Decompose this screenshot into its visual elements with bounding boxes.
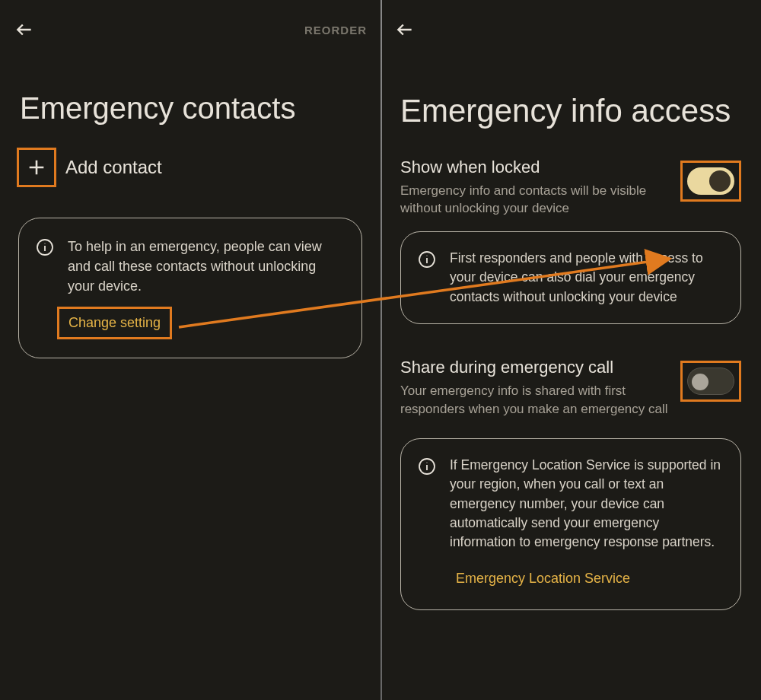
add-contact-row[interactable]: Add contact (0, 148, 380, 187)
info-card-text: To help in an emergency, people can view… (68, 237, 345, 296)
show-when-locked-setting[interactable]: Show when locked Emergency info and cont… (380, 154, 761, 218)
els-info-text: If Emergency Location Service is support… (450, 456, 724, 552)
emergency-info-card: To help in an emergency, people can view… (18, 218, 362, 358)
emergency-contacts-screen: REORDER Emergency contacts Add contact T… (0, 0, 380, 700)
responders-info-text: First responders and people with access … (450, 249, 724, 307)
els-info-card: If Emergency Location Service is support… (400, 438, 741, 610)
arrow-left-icon (395, 20, 415, 40)
back-button[interactable] (394, 19, 416, 40)
back-button[interactable] (14, 19, 35, 40)
info-icon (36, 238, 56, 258)
page-title: Emergency contacts (0, 46, 380, 148)
info-icon (418, 457, 438, 477)
emergency-info-access-screen: Emergency info access Show when locked E… (380, 0, 761, 700)
share-during-call-toggle[interactable] (687, 368, 734, 395)
add-contact-icon-button[interactable] (17, 148, 56, 187)
show-when-locked-toggle[interactable] (687, 167, 734, 195)
responders-info-card: First responders and people with access … (400, 231, 741, 324)
change-setting-link[interactable]: Change setting (57, 307, 172, 339)
setting-title: Show when locked (400, 158, 668, 177)
setting-description: Your emergency info is shared with first… (400, 382, 668, 418)
show-when-locked-toggle-highlight (680, 161, 741, 202)
plus-icon (26, 157, 47, 178)
share-during-call-toggle-highlight (680, 361, 741, 402)
add-contact-label: Add contact (65, 157, 162, 178)
svg-point-2 (44, 243, 45, 243)
emergency-location-service-link[interactable]: Emergency Location Service (447, 565, 639, 593)
info-icon (418, 250, 438, 270)
setting-title: Share during emergency call (400, 358, 668, 377)
pane-divider (380, 0, 382, 700)
setting-description: Emergency info and contacts will be visi… (400, 182, 668, 218)
arrow-left-icon (14, 20, 34, 40)
svg-point-5 (426, 255, 427, 256)
reorder-button[interactable]: REORDER (304, 24, 367, 37)
share-during-call-setting[interactable]: Share during emergency call Your emergen… (380, 355, 761, 418)
svg-point-8 (426, 462, 427, 463)
page-title: Emergency info access (380, 46, 761, 154)
